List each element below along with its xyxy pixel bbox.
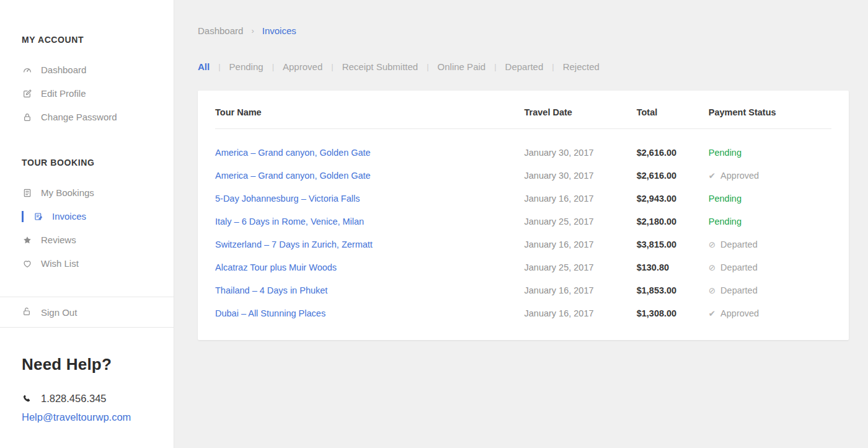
status-filter-tabs: All|Pending|Approved|Receipt Submitted|O… — [198, 61, 849, 72]
filter-receipt-submitted[interactable]: Receipt Submitted — [342, 61, 418, 72]
tour-name-link[interactable]: Italy – 6 Days in Rome, Venice, Milan — [215, 217, 364, 226]
column-header-total: Total — [637, 91, 709, 129]
heart-icon — [22, 258, 33, 269]
travel-date-cell: January 25, 2017 — [525, 256, 637, 279]
total-cell: $2,180.00 — [637, 210, 709, 233]
need-help-section: Need Help? 1.828.456.345 Help@traveltour… — [0, 355, 174, 423]
status-departed-label: Departed — [720, 285, 758, 295]
table-row: Italy – 6 Days in Rome, Venice, MilanJan… — [215, 210, 831, 233]
tour-name-link[interactable]: America – Grand canyon, Golden Gate — [215, 171, 371, 181]
sidebar-item-change-password[interactable]: Change Password — [0, 105, 174, 129]
travel-date-cell: January 16, 2017 — [525, 302, 637, 325]
total-cell: $2,616.00 — [637, 164, 709, 187]
breadcrumb: Dashboard › Invoices — [198, 0, 849, 36]
total-cell: $2,616.00 — [637, 129, 709, 164]
payment-status-cell: Pending — [709, 210, 831, 233]
status-pending-label: Pending — [709, 194, 742, 204]
sidebar-item-wish-list[interactable]: Wish List — [0, 252, 174, 276]
table-row: Switzerland – 7 Days in Zurich, ZermattJ… — [215, 233, 831, 256]
filter-approved[interactable]: Approved — [283, 61, 322, 72]
breadcrumb-dashboard[interactable]: Dashboard — [198, 25, 243, 36]
need-help-heading: Need Help? — [22, 355, 152, 374]
filter-separator: | — [427, 62, 428, 71]
active-indicator — [22, 211, 24, 222]
filter-pending[interactable]: Pending — [229, 61, 264, 72]
invoices-card: Tour NameTravel DateTotalPayment Status … — [198, 91, 849, 340]
sidebar-item-sign-out[interactable]: Sign Out — [0, 297, 174, 328]
sidebar-item-label: Wish List — [41, 258, 79, 270]
sidebar: MY ACCOUNTDashboardEdit ProfileChange Pa… — [0, 0, 174, 448]
lock-icon — [22, 112, 33, 123]
sidebar-item-label: Edit Profile — [41, 87, 86, 100]
total-cell: $130.80 — [637, 256, 709, 279]
help-email-link[interactable]: Help@traveltourwp.com — [22, 411, 152, 423]
bookings-icon — [22, 187, 33, 199]
ban-icon: ⊘ — [709, 263, 715, 272]
filter-all[interactable]: All — [198, 61, 210, 72]
ban-icon: ⊘ — [709, 240, 715, 249]
payment-status-cell: ✔Approved — [709, 164, 831, 187]
tour-name-link[interactable]: Switzerland – 7 Days in Zurich, Zermatt — [215, 240, 373, 249]
sidebar-item-label: Invoices — [52, 210, 86, 223]
total-cell: $1,308.00 — [637, 302, 709, 325]
table-row: America – Grand canyon, Golden GateJanua… — [215, 129, 831, 164]
travel-date-cell: January 16, 2017 — [525, 233, 637, 256]
tour-name-link[interactable]: Thailand – 4 Days in Phuket — [215, 285, 327, 295]
sidebar-heading-my-account: MY ACCOUNT — [0, 35, 174, 45]
sidebar-item-my-bookings[interactable]: My Bookings — [0, 181, 174, 205]
status-approved-label: Approved — [720, 171, 759, 181]
tour-name-link[interactable]: America – Grand canyon, Golden Gate — [215, 148, 371, 158]
tour-name-link[interactable]: Dubai – All Stunning Places — [215, 308, 326, 318]
sidebar-item-reviews[interactable]: Reviews — [0, 228, 174, 252]
ban-icon: ⊘ — [709, 286, 715, 295]
column-header-travel-date: Travel Date — [525, 91, 637, 129]
payment-status-cell: ⊘Departed — [709, 233, 831, 256]
column-header-tour-name: Tour Name — [215, 91, 525, 129]
filter-departed[interactable]: Departed — [505, 61, 544, 72]
filter-online-paid[interactable]: Online Paid — [438, 61, 486, 72]
payment-status-cell: ⊘Departed — [709, 279, 831, 302]
table-row: Thailand – 4 Days in PhuketJanuary 16, 2… — [215, 279, 831, 302]
sidebar-item-edit-profile[interactable]: Edit Profile — [0, 82, 174, 105]
edit-icon — [22, 88, 33, 99]
check-icon: ✔ — [709, 309, 715, 318]
invoice-icon — [33, 211, 44, 222]
table-header-row: Tour NameTravel DateTotalPayment Status — [215, 91, 831, 129]
breadcrumb-invoices: Invoices — [262, 25, 296, 36]
sidebar-nav: MY ACCOUNTDashboardEdit ProfileChange Pa… — [0, 35, 174, 276]
dashboard-icon — [22, 65, 33, 76]
tour-name-link[interactable]: 5-Day Johannesburg – Victoria Falls — [215, 194, 360, 204]
column-header-payment-status: Payment Status — [709, 91, 831, 129]
payment-status-cell: Pending — [709, 129, 831, 164]
filter-separator: | — [272, 62, 274, 71]
filter-separator: | — [331, 62, 333, 71]
filter-separator: | — [494, 62, 496, 71]
sidebar-heading-tour-booking: TOUR BOOKING — [0, 158, 174, 168]
sidebar-item-label: Reviews — [41, 234, 76, 246]
filter-separator: | — [218, 62, 220, 71]
sidebar-item-invoices[interactable]: Invoices — [0, 205, 174, 228]
total-cell: $3,815.00 — [637, 233, 709, 256]
status-departed-label: Departed — [720, 262, 758, 272]
sidebar-item-label: Dashboard — [41, 64, 86, 76]
status-pending-label: Pending — [709, 217, 742, 226]
travel-date-cell: January 25, 2017 — [525, 210, 637, 233]
sign-out-label: Sign Out — [41, 307, 77, 318]
filter-separator: | — [552, 62, 554, 71]
table-row: Dubai – All Stunning PlacesJanuary 16, 2… — [215, 302, 831, 325]
unlock-icon — [22, 307, 33, 318]
tour-name-link[interactable]: Alcatraz Tour plus Muir Woods — [215, 262, 337, 272]
filter-rejected[interactable]: Rejected — [563, 61, 600, 72]
phone-icon — [22, 393, 32, 404]
total-cell: $1,853.00 — [637, 279, 709, 302]
sidebar-item-label: My Bookings — [41, 187, 94, 199]
total-cell: $2,943.00 — [637, 187, 709, 210]
account-invoices-page: MY ACCOUNTDashboardEdit ProfileChange Pa… — [0, 0, 868, 448]
status-pending-label: Pending — [709, 148, 742, 158]
sidebar-item-dashboard[interactable]: Dashboard — [0, 58, 174, 82]
help-phone-row: 1.828.456.345 — [22, 393, 152, 405]
payment-status-cell: ✔Approved — [709, 302, 831, 325]
travel-date-cell: January 30, 2017 — [525, 164, 637, 187]
payment-status-cell: ⊘Departed — [709, 256, 831, 279]
help-phone-number: 1.828.456.345 — [41, 393, 107, 405]
